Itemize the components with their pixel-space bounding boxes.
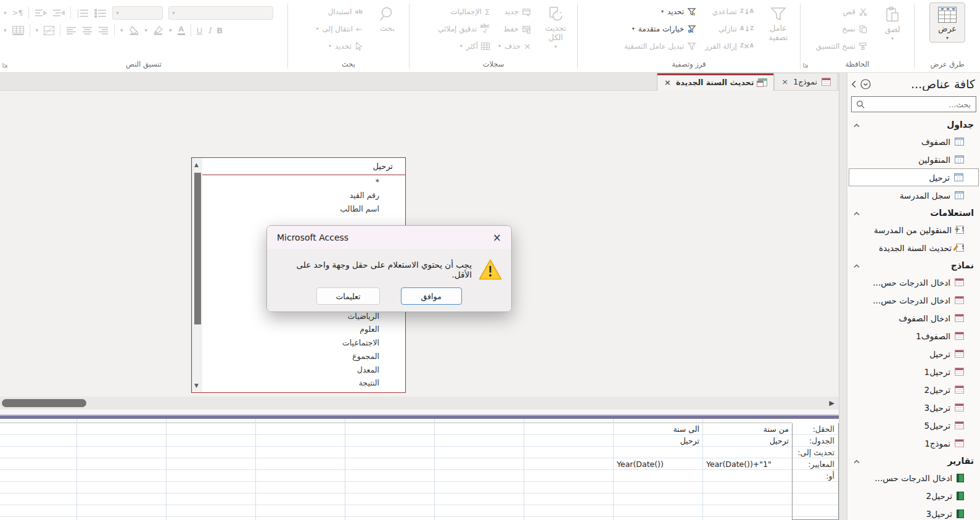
grid-cell[interactable] [435, 470, 524, 482]
grid-cell[interactable] [703, 470, 792, 482]
field-list-item[interactable]: العلوم [202, 323, 405, 336]
nav-item[interactable]: الصفوف [847, 133, 980, 151]
grid-cell[interactable] [256, 482, 345, 493]
italic-button[interactable]: I [208, 26, 211, 35]
ok-button[interactable]: موافق [401, 287, 462, 305]
goto-button[interactable]: ← انتقال إلى ▾ [315, 22, 364, 36]
window-dropdown-icon[interactable]: ▾ [4, 10, 7, 16]
nav-item[interactable]: المنقولين من المدرسة [847, 221, 980, 239]
grid-cell[interactable] [167, 423, 255, 435]
nav-item[interactable]: ترحيل3 [847, 398, 980, 416]
nav-item[interactable]: ادخال الدرجات حس... [847, 273, 980, 291]
nav-section-header[interactable]: تقارير [847, 452, 980, 469]
field-list-scrollbar[interactable]: ▲ ▼ [192, 158, 202, 392]
font-name-combo[interactable]: ▾ [168, 6, 273, 20]
alt-row-color-dropdown-icon[interactable]: ▾ [36, 28, 39, 33]
fill-color-dropdown-icon[interactable]: ▾ [120, 28, 123, 33]
grid-column-selector[interactable] [703, 419, 792, 423]
nav-item[interactable]: سجل المدرسة [847, 186, 980, 204]
grid-cell[interactable] [703, 493, 792, 505]
pane-splitter[interactable] [0, 415, 839, 419]
grid-cell[interactable] [0, 482, 76, 493]
nav-item[interactable]: ادخال الصفوف [847, 309, 980, 327]
nav-item[interactable]: ترحيل2 [847, 381, 980, 398]
underline-button[interactable]: U [197, 26, 203, 35]
gridlines-dropdown-icon[interactable]: ▾ [4, 28, 7, 33]
copy-button[interactable]: نسخ [814, 22, 870, 36]
field-list-item[interactable]: النتيجة [202, 376, 405, 390]
grid-cell[interactable] [614, 493, 702, 505]
nav-shutter-icon[interactable] [851, 80, 857, 88]
grid-cell[interactable] [345, 482, 434, 493]
grid-cell[interactable] [524, 447, 613, 458]
align-center-icon[interactable] [82, 27, 93, 35]
font-color-dropdown-icon[interactable]: ▾ [169, 28, 172, 33]
grid-cell[interactable] [614, 505, 702, 517]
spelling-button[interactable]: abc√ تدقيق إملائي [436, 22, 492, 36]
grid-cell[interactable] [167, 435, 255, 447]
grid-cell[interactable] [345, 470, 434, 482]
save-record-button[interactable]: حفظ [496, 22, 533, 36]
grid-cell[interactable] [345, 505, 434, 517]
grid-cell[interactable] [524, 458, 613, 470]
nav-item[interactable]: ترحيل1 [847, 363, 980, 381]
grid-cell[interactable]: من سنة [703, 423, 792, 435]
grid-cell[interactable] [0, 493, 76, 505]
text-highlight-icon[interactable] [153, 26, 163, 35]
nav-search-input[interactable] [865, 100, 976, 109]
grid-cell[interactable]: ترحيل [614, 435, 702, 447]
grid-column-selector[interactable] [77, 419, 166, 423]
field-list-item[interactable]: اسم الطالب [202, 202, 405, 216]
nav-item[interactable]: ترحيل2 [847, 487, 980, 505]
bold-button[interactable]: B [216, 26, 223, 35]
nav-item[interactable]: نموذج1 [847, 434, 980, 452]
align-left-icon[interactable] [98, 27, 109, 35]
grid-cell[interactable] [435, 435, 524, 447]
grid-column-selector[interactable] [435, 419, 524, 423]
select-button[interactable]: تحديد ▾ [315, 39, 364, 54]
grid-cell[interactable] [524, 423, 613, 435]
grid-cell[interactable] [0, 505, 76, 517]
tab-close-icon[interactable]: × [781, 78, 789, 86]
grid-cell[interactable] [256, 447, 345, 458]
grid-cell[interactable] [0, 470, 76, 482]
grid-cell[interactable] [524, 493, 613, 505]
field-list-title[interactable]: ترحيل [202, 158, 405, 175]
grid-cell[interactable] [345, 447, 434, 458]
grid-cell[interactable] [256, 470, 345, 482]
nav-item[interactable]: ترحيل [849, 168, 979, 186]
nav-menu-icon[interactable] [860, 79, 871, 89]
field-list-item[interactable]: * [202, 175, 405, 189]
grid-cell[interactable] [256, 458, 345, 470]
grid-column-selector[interactable] [0, 419, 76, 423]
find-button[interactable]: بحث [369, 2, 405, 35]
document-tab[interactable]: نموذج1× [774, 73, 838, 90]
nav-section-header[interactable]: نماذج [847, 257, 980, 273]
nav-item[interactable]: تحديث السنة الجديدة [847, 239, 980, 257]
grid-cell[interactable] [703, 447, 792, 458]
grid-cell[interactable] [614, 482, 702, 493]
grid-cell[interactable]: ترحيل [703, 435, 792, 447]
replace-button[interactable]: ab استبدال [315, 4, 364, 19]
sort-ascending-button[interactable]: A↓Z تصاعدي [703, 4, 756, 19]
grid-cell[interactable] [435, 493, 524, 505]
grid-cell[interactable] [256, 423, 345, 435]
horizontal-scroll-thumb[interactable] [2, 399, 86, 407]
grid-cell[interactable] [256, 493, 345, 505]
field-list-item[interactable]: رقم القيد [202, 189, 405, 202]
grid-cell[interactable] [345, 493, 434, 505]
field-list-item[interactable]: المعدل [202, 363, 405, 377]
grid-cell[interactable] [345, 458, 434, 470]
grid-column-selector[interactable] [345, 419, 434, 423]
grid-cell[interactable] [256, 505, 345, 517]
grid-cell[interactable] [435, 447, 524, 458]
delete-record-button[interactable]: × حذف ▾ [496, 39, 533, 54]
grid-cell[interactable]: Year(Date()) [614, 458, 702, 470]
grid-cell[interactable] [167, 505, 255, 517]
grid-cell[interactable] [703, 505, 792, 517]
help-button[interactable]: تعليمات [316, 287, 379, 305]
grid-cell[interactable] [167, 470, 255, 482]
scroll-right-icon[interactable]: ▶ [830, 399, 834, 407]
grid-column-selector[interactable] [167, 419, 255, 423]
refresh-all-button[interactable]: تحديث الكل ▾ [538, 2, 574, 51]
